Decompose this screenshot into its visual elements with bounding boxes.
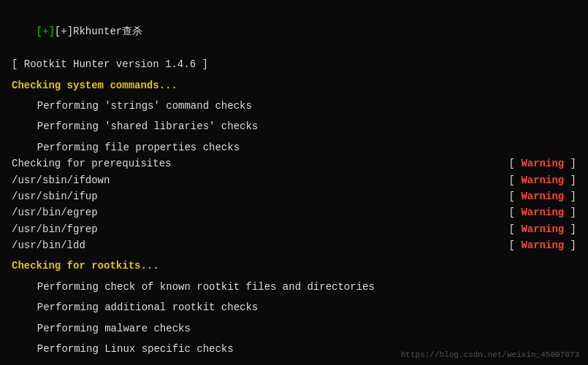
ifdown-text: /usr/sbin/ifdown xyxy=(12,172,110,188)
shared-libraries-line: Performing 'shared libraries' checks xyxy=(12,118,576,134)
terminal-window: [+][+]Rkhunter查杀 [ Rootkit Hunter versio… xyxy=(0,0,588,365)
prerequisites-text: Checking for prerequisites xyxy=(12,155,171,172)
warning-badge-6: [ Warning ] xyxy=(509,237,576,253)
warning-badge-3: [ Warning ] xyxy=(509,188,576,204)
title-line-2: [ Rootkit Hunter version 1.4.6 ] xyxy=(12,56,576,72)
ldd-text: /usr/bin/ldd xyxy=(12,237,85,253)
section2-header: Checking for rootkits... xyxy=(12,258,576,274)
warning-egrep: /usr/bin/egrep [ Warning ] xyxy=(12,204,576,220)
warning-badge-5: [ Warning ] xyxy=(509,221,576,237)
warning-badge-1: [ Warning ] xyxy=(509,155,576,172)
strings-check-line: Performing 'strings' command checks xyxy=(12,98,576,114)
file-properties-line: Performing file properties checks xyxy=(12,139,576,155)
title-line-1: [+][+]Rkhunter查杀 xyxy=(12,7,576,56)
section1-header: Checking system commands... xyxy=(12,77,576,93)
malware-checks-line: Performing malware checks xyxy=(12,320,576,337)
ifup-text: /usr/sbin/ifup xyxy=(12,188,98,204)
known-rootkit-line: Performing check of known rootkit files … xyxy=(12,279,576,295)
plus-bracket: [+] xyxy=(37,26,55,37)
warning-fgrep: /usr/bin/fgrep [ Warning ] xyxy=(12,221,576,237)
warning-badge-2: [ Warning ] xyxy=(509,172,576,188)
warning-badge-4: [ Warning ] xyxy=(509,204,576,220)
warning-ifdown: /usr/sbin/ifdown [ Warning ] xyxy=(12,172,576,188)
egrep-text: /usr/bin/egrep xyxy=(12,204,98,220)
warning-ldd: /usr/bin/ldd [ Warning ] xyxy=(12,237,576,253)
warning-prerequisites: Checking for prerequisites [ Warning ] xyxy=(12,155,576,172)
additional-rootkit-line: Performing additional rootkit checks xyxy=(12,299,576,315)
title-text: [+]Rkhunter查杀 xyxy=(55,26,142,37)
warning-ifup: /usr/sbin/ifup [ Warning ] xyxy=(12,188,576,204)
fgrep-text: /usr/bin/fgrep xyxy=(12,221,98,237)
watermark: https://blog.csdn.net/weixin_45007073 xyxy=(401,350,579,359)
